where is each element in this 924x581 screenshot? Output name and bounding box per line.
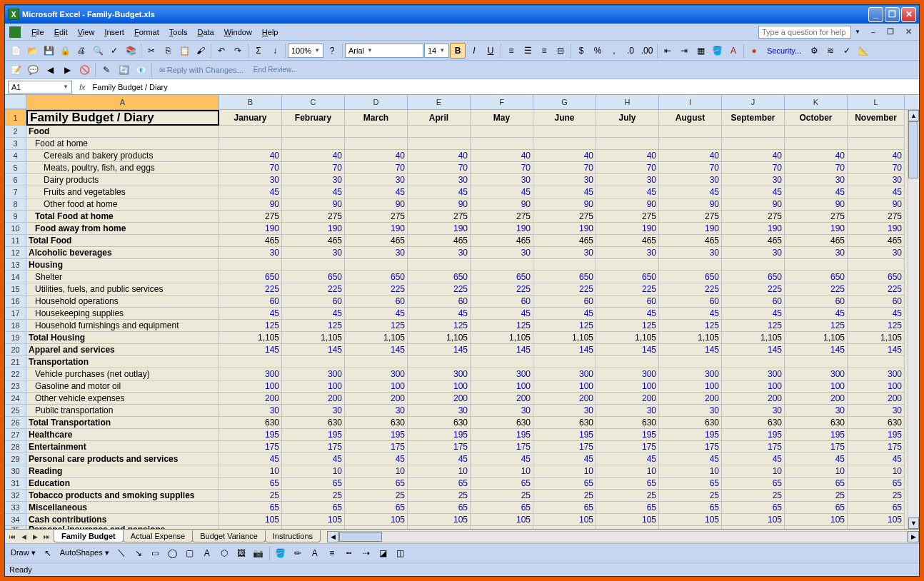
cell[interactable]: 65	[471, 478, 533, 490]
menu-file[interactable]: File	[26, 26, 49, 38]
cell[interactable]: 200	[659, 393, 722, 405]
cell[interactable]: 465	[722, 235, 785, 247]
cell[interactable]: 45	[659, 453, 722, 465]
cell[interactable]: 650	[533, 271, 596, 283]
cell[interactable]	[533, 126, 596, 138]
cell[interactable]: 90	[659, 198, 722, 211]
cell[interactable]: 65	[785, 502, 848, 514]
cell[interactable]	[659, 356, 722, 368]
cell-label[interactable]: Miscellaneous	[26, 502, 219, 514]
cell[interactable]: 45	[533, 186, 596, 198]
cell[interactable]: 195	[659, 429, 722, 441]
row-header-7[interactable]: 7	[5, 186, 26, 198]
picture-button[interactable]: 📷	[251, 545, 266, 561]
scroll-track[interactable]	[338, 531, 908, 542]
cell-label[interactable]: Alcoholic beverages	[26, 247, 219, 259]
cell[interactable]: 650	[848, 271, 905, 283]
cell[interactable]: 30	[219, 174, 282, 186]
cell[interactable]: 195	[785, 429, 848, 441]
cell[interactable]: 200	[596, 393, 659, 405]
column-header-I[interactable]: I	[659, 95, 722, 109]
cell[interactable]: 195	[848, 429, 905, 441]
cell[interactable]: 650	[785, 271, 848, 283]
cell[interactable]: 145	[659, 344, 722, 356]
cell[interactable]: 125	[345, 320, 408, 332]
cell[interactable]: 145	[219, 344, 282, 356]
cell[interactable]: 145	[848, 344, 905, 356]
cell[interactable]: 45	[722, 453, 785, 465]
menu-tools[interactable]: Tools	[164, 26, 193, 38]
cell[interactable]: 45	[219, 186, 282, 198]
cell[interactable]: 125	[785, 320, 848, 332]
fx-button[interactable]: fx	[75, 83, 90, 91]
menu-window[interactable]: Window	[219, 26, 257, 38]
cell[interactable]: 30	[785, 174, 848, 186]
cell[interactable]: 300	[219, 368, 282, 380]
reply-changes-link[interactable]: ✉ Reply with Changes...	[155, 64, 248, 76]
cell[interactable]: 65	[722, 502, 785, 514]
cell-label[interactable]: Fruits and vegetables	[26, 186, 219, 198]
cell[interactable]: 25	[282, 490, 345, 502]
cell[interactable]: 70	[282, 162, 345, 174]
cell[interactable]: 275	[282, 211, 345, 223]
oval-button[interactable]: ◯	[165, 545, 181, 561]
cell[interactable]	[282, 138, 345, 150]
cell[interactable]: 200	[533, 393, 596, 405]
row-header-3[interactable]: 3	[5, 138, 26, 150]
underline-button[interactable]: U	[483, 43, 498, 59]
cell[interactable]: 45	[282, 186, 345, 198]
cell[interactable]: 90	[219, 198, 282, 211]
cell[interactable]: 145	[345, 344, 408, 356]
shadow-button[interactable]: ◪	[376, 545, 391, 561]
cell[interactable]: 105	[219, 514, 282, 526]
ink-button[interactable]: ✎	[99, 62, 114, 78]
cell-label[interactable]: Cash contributions	[26, 514, 219, 526]
cell[interactable]: 1,105	[533, 332, 596, 344]
cell[interactable]: 1,105	[408, 332, 471, 344]
cell[interactable]: 125	[722, 320, 785, 332]
cell[interactable]: 70	[596, 162, 659, 174]
cell[interactable]: 10	[596, 465, 659, 478]
cell[interactable]	[219, 356, 282, 368]
cell[interactable]: 45	[785, 186, 848, 198]
minimize-button[interactable]: _	[868, 7, 883, 22]
cell-label[interactable]: Other food at home	[26, 198, 219, 211]
cell[interactable]: 30	[533, 247, 596, 259]
end-review-link[interactable]: End Review...	[249, 64, 301, 75]
cell-label[interactable]: Apparel and services	[26, 344, 219, 356]
new-button[interactable]: 📄	[8, 43, 24, 59]
cell[interactable]: 45	[848, 308, 905, 320]
cell[interactable]: 175	[533, 441, 596, 453]
cell-label[interactable]: Personal care products and services	[26, 453, 219, 465]
decrease-indent-button[interactable]: ⇤	[660, 43, 676, 59]
menu-edit[interactable]: Edit	[49, 26, 73, 38]
cell[interactable]: 25	[785, 490, 848, 502]
cell[interactable]	[659, 138, 722, 150]
cell[interactable]: 300	[533, 368, 596, 380]
cell[interactable]: 630	[848, 417, 905, 429]
cell[interactable]: February	[282, 110, 345, 126]
cell[interactable]: 195	[533, 429, 596, 441]
cell[interactable]: 10	[408, 465, 471, 478]
column-header-H[interactable]: H	[596, 95, 659, 109]
cell-label[interactable]: Utilities, fuels, and public services	[26, 283, 219, 295]
cell[interactable]: 65	[282, 478, 345, 490]
cell[interactable]: 30	[471, 405, 533, 417]
cell[interactable]: 1,105	[219, 332, 282, 344]
cell[interactable]	[219, 138, 282, 150]
column-header-F[interactable]: F	[471, 95, 533, 109]
cell[interactable]	[471, 126, 533, 138]
preview-button[interactable]: 🔍	[90, 43, 106, 59]
cell[interactable]: 650	[659, 271, 722, 283]
design-button[interactable]: 📐	[855, 43, 871, 59]
cell[interactable]: 105	[282, 514, 345, 526]
cell[interactable]	[345, 259, 408, 271]
cell[interactable]: 45	[219, 308, 282, 320]
cell[interactable]	[471, 259, 533, 271]
research-button[interactable]: 📚	[123, 43, 139, 59]
cell[interactable]: 145	[596, 344, 659, 356]
cell[interactable]: 175	[785, 441, 848, 453]
cell[interactable]: 195	[345, 429, 408, 441]
column-header-D[interactable]: D	[345, 95, 408, 109]
cell[interactable]	[533, 356, 596, 368]
